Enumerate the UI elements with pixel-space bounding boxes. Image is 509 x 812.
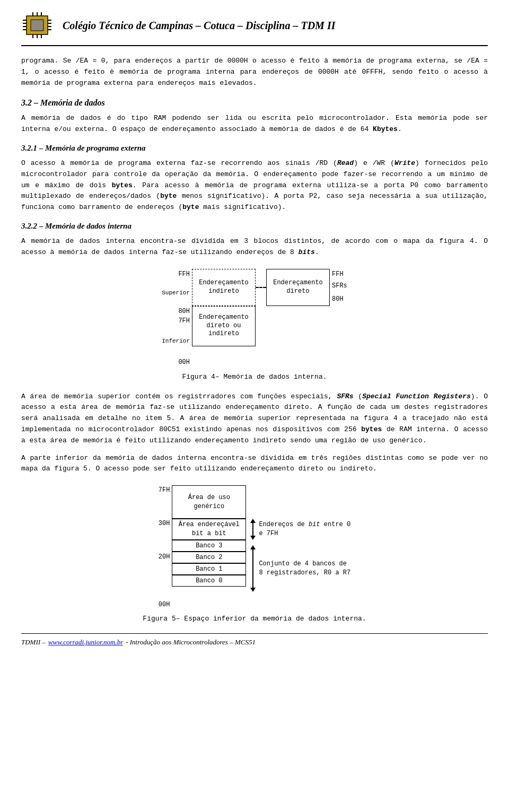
sfrs-bold: SFRs: [337, 392, 353, 400]
bits-bold: bits: [299, 248, 315, 256]
page-header: Colégio Técnico de Campinas – Cotuca – D…: [21, 11, 488, 46]
fig5-right-labels: Endereços de bit entre 0e 7FH Conjunto d…: [250, 485, 350, 592]
fig4-col1: Endereçamentoindireto Endereçamentodiret…: [192, 269, 256, 346]
fig4-right-labels: FFH SFRs 80H: [332, 269, 347, 306]
byte-bold-3: byte: [182, 203, 199, 211]
bytes-bold-4: bytes: [361, 425, 382, 433]
read-bold: Read: [337, 159, 354, 167]
figure-4-container: FFH Superior 80H 7FH Inferior 00H Endere…: [21, 269, 488, 381]
fig4-dashes: [256, 269, 266, 325]
header-title: Colégio Técnico de Campinas – Cotuca – D…: [63, 19, 335, 32]
fig4-caption: Figura 4– Memória de dados interna.: [182, 373, 327, 381]
fig4-col2: Endereçamentodireto: [266, 269, 330, 306]
paragraph-6: A parte inferior da memória de dados int…: [21, 453, 488, 475]
page-footer: TDMII – www.corradi.junior.nom.br - Intr…: [21, 633, 488, 647]
logo-icon: [21, 11, 53, 40]
fig4-left-labels: FFH Superior 80H 7FH Inferior 00H: [162, 269, 190, 368]
svg-rect-1: [31, 20, 43, 31]
paragraph-5: A área de memória superior contém os reg…: [21, 391, 488, 447]
paragraph-4: A memória de dados interna encontra-se d…: [21, 236, 488, 258]
fig5-left-labels: 7FH 30H 20H 00H: [159, 485, 170, 609]
section-321-title: 3.2.1 – Memória de programa externa: [21, 144, 488, 153]
paragraph-2: A memória de dados é do tipo RAM podendo…: [21, 113, 488, 135]
footer-link[interactable]: www.corradi.junior.nom.br: [48, 638, 123, 647]
byte-bold-2: byte: [160, 192, 177, 200]
footer-text-start: TDMII –: [21, 638, 46, 647]
fig5-col: Área de usogenérico Área endereçávelbit …: [172, 485, 246, 587]
section-32-title: 3.2 – Memória de dados: [21, 98, 488, 108]
paragraph-1: programa. Se /EA = 0, para endereços a p…: [21, 56, 488, 89]
figure-5-container: 7FH 30H 20H 00H Área de usogenérico Área…: [21, 485, 488, 623]
bytes-bold-1: bytes: [112, 181, 133, 189]
paragraph-3: O acesso à memória de programa externa f…: [21, 158, 488, 213]
write-bold: Write: [394, 159, 415, 167]
footer-text-end: - Introdução aos Microcontroladores – MC…: [126, 638, 256, 647]
section-322-title: 3.2.2 – Memória de dados interna: [21, 222, 488, 231]
kbytes-bold: Kbytes: [373, 125, 398, 133]
fig5-caption: Figura 5– Espaço inferior da memória de …: [143, 615, 366, 623]
sfr-full-bold: Special Function Registers: [362, 392, 471, 400]
